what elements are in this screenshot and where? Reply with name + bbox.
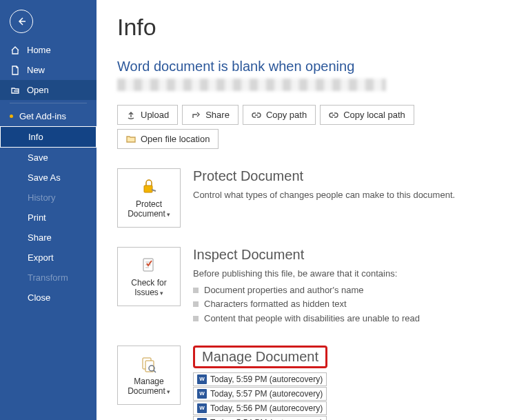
link-icon <box>252 112 261 119</box>
nav-home-label: Home <box>27 45 51 55</box>
inspect-text: Inspect Document Before publishing this … <box>193 247 420 326</box>
nav-print[interactable]: Print <box>0 208 97 228</box>
inspect-item: Characters formatted as hidden text <box>193 297 420 312</box>
recovery-item[interactable]: WToday, 5:56 PM (autorecovery) <box>193 401 327 415</box>
protect-desc: Control what types of changes people can… <box>193 188 455 202</box>
divider <box>10 103 87 103</box>
inspect-desc: Before publishing this file, be aware th… <box>193 267 420 281</box>
protect-text: Protect Document Control what types of c… <box>193 168 455 202</box>
recovery-item[interactable]: WToday, 5:54 PM (autorecovery) <box>193 416 327 420</box>
recovery-item[interactable]: WToday, 5:57 PM (autorecovery) <box>193 387 327 401</box>
nav-share[interactable]: Share <box>0 228 97 248</box>
nav-close[interactable]: Close <box>0 288 97 308</box>
protect-document-button[interactable]: Protect Document <box>117 168 181 228</box>
nav-transform-label: Transform <box>28 272 68 283</box>
inspect-title: Inspect Document <box>193 247 420 263</box>
manage-document-label: Manage Document <box>118 377 180 397</box>
nav-save-label: Save <box>28 152 48 163</box>
nav-history: History <box>0 188 97 208</box>
inspect-item: Document properties and author's name <box>193 283 420 298</box>
copy-local-path-label: Copy local path <box>343 110 405 120</box>
nav-save-as[interactable]: Save As <box>0 168 97 188</box>
nav-home[interactable]: Home <box>0 40 97 60</box>
manage-icon <box>139 354 159 374</box>
protect-section: Protect Document Protect Document Contro… <box>117 168 496 228</box>
backstage-sidebar: Home New Open Get Add-ins Info Save Save… <box>0 0 97 420</box>
link-icon <box>329 112 338 119</box>
nav-save-as-label: Save As <box>28 172 61 183</box>
recovery-list: WToday, 5:59 PM (autorecovery) WToday, 5… <box>193 372 327 420</box>
nav-print-label: Print <box>28 212 46 223</box>
upload-label: Upload <box>141 110 169 120</box>
document-title: Word document is blank when opening <box>117 59 496 74</box>
nav-export-label: Export <box>28 252 54 263</box>
main-panel: Info Word document is blank when opening… <box>97 0 517 420</box>
nav-info-label: Info <box>28 132 43 142</box>
nav-open-label: Open <box>27 85 49 95</box>
check-issues-button[interactable]: Check for Issues <box>117 247 181 306</box>
info-toolbar: Upload Share Copy path Copy local path O… <box>117 105 496 149</box>
document-icon <box>10 66 20 75</box>
folder-icon <box>126 135 136 143</box>
share-icon <box>191 110 201 120</box>
notification-dot-icon <box>10 114 13 118</box>
page-title: Info <box>117 14 496 41</box>
manage-title: Manage Document <box>202 349 318 365</box>
word-icon: W <box>197 389 207 399</box>
highlight-annotation: Manage Document <box>193 346 327 368</box>
recovery-item[interactable]: WToday, 5:59 PM (autorecovery) <box>193 372 327 386</box>
upload-button[interactable]: Upload <box>117 105 178 125</box>
open-icon <box>10 86 20 95</box>
lock-icon <box>139 177 159 197</box>
svg-rect-0 <box>144 186 152 192</box>
home-icon <box>10 46 20 55</box>
nav-export[interactable]: Export <box>0 248 97 268</box>
open-file-location-button[interactable]: Open file location <box>117 129 219 149</box>
nav-get-addins[interactable]: Get Add-ins <box>0 106 97 126</box>
manage-document-button[interactable]: Manage Document <box>117 346 181 405</box>
nav-transform: Transform <box>0 268 97 288</box>
word-icon: W <box>197 374 207 384</box>
nav-close-label: Close <box>28 292 50 303</box>
nav-info[interactable]: Info <box>0 126 97 148</box>
inspect-section: Check for Issues Inspect Document Before… <box>117 247 496 326</box>
nav-open[interactable]: Open <box>0 80 97 100</box>
word-icon: W <box>197 403 207 413</box>
bullet-icon <box>193 301 199 307</box>
open-file-location-label: Open file location <box>141 134 210 144</box>
inspect-item: Content that people with disabilities ar… <box>193 312 420 326</box>
copy-path-button[interactable]: Copy path <box>243 105 316 125</box>
manage-text: Manage Document WToday, 5:59 PM (autorec… <box>193 346 327 420</box>
nav-new-label: New <box>27 65 45 75</box>
back-button[interactable] <box>10 10 33 33</box>
share-button[interactable]: Share <box>182 105 239 125</box>
nav-share-label: Share <box>28 232 52 243</box>
check-issues-label: Check for Issues <box>118 278 180 298</box>
share-label: Share <box>205 110 230 120</box>
nav-get-addins-label: Get Add-ins <box>19 111 66 121</box>
bullet-icon <box>193 288 199 293</box>
nav-save[interactable]: Save <box>0 148 97 168</box>
inspect-bullets: Document properties and author's name Ch… <box>193 283 420 326</box>
inspect-icon <box>139 256 159 275</box>
protect-document-label: Protect Document <box>118 199 180 219</box>
bullet-icon <box>193 316 199 321</box>
arrow-left-icon <box>16 16 27 27</box>
redacted-path <box>117 79 386 91</box>
nav-history-label: History <box>28 192 55 203</box>
manage-section: Manage Document Manage Document WToday, … <box>117 346 496 420</box>
nav-new[interactable]: New <box>0 60 97 80</box>
copy-path-label: Copy path <box>266 110 307 120</box>
copy-local-path-button[interactable]: Copy local path <box>320 105 414 125</box>
upload-icon <box>126 110 136 120</box>
protect-title: Protect Document <box>193 168 455 184</box>
